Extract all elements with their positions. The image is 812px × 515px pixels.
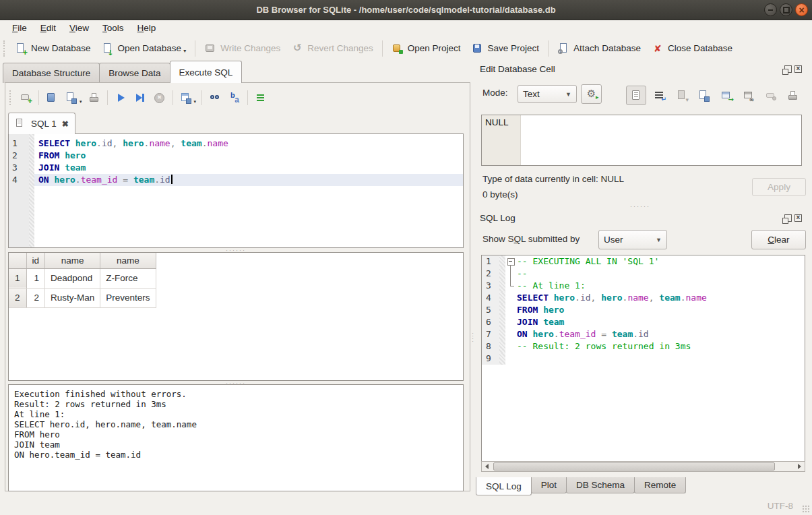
tab-database-structure[interactable]: Database Structure xyxy=(3,63,100,83)
line-number: 3 xyxy=(482,280,499,292)
editor-code-area[interactable]: SELECT hero.id, hero.name, team.nameFROM… xyxy=(34,134,463,247)
cell-editor-text-area[interactable] xyxy=(521,115,801,165)
row-header[interactable]: 1 xyxy=(9,268,26,288)
token: ON xyxy=(38,175,49,185)
link-window-button[interactable] xyxy=(740,87,757,104)
print-button[interactable] xyxy=(87,90,102,106)
open-external-button[interactable] xyxy=(718,87,735,104)
log-horizontal-scrollbar[interactable] xyxy=(481,461,805,472)
dock-tab-plot[interactable]: Plot xyxy=(531,477,567,493)
token: . xyxy=(202,138,208,148)
save-sql-file-button[interactable] xyxy=(64,90,79,106)
close-icon[interactable] xyxy=(795,3,808,16)
menu-edit[interactable]: Edit xyxy=(34,21,63,35)
results-cell[interactable]: Deadpond xyxy=(45,268,100,288)
close-dock-icon[interactable] xyxy=(794,65,802,73)
table-row: 22Rusty-ManPreventers xyxy=(9,288,156,307)
dock-tab-sql-log[interactable]: SQL Log xyxy=(476,477,532,495)
open-sql-file-button[interactable] xyxy=(44,90,59,106)
toolbar-handle[interactable] xyxy=(3,40,6,57)
menu-view[interactable]: View xyxy=(63,21,96,35)
scroll-right-icon[interactable] xyxy=(794,462,805,471)
open-database-button[interactable]: Open Database▾ xyxy=(96,40,192,57)
results-col-header[interactable]: name xyxy=(45,253,100,268)
close-database-button[interactable]: Close Database xyxy=(646,40,738,57)
token: team_id xyxy=(559,329,596,339)
resize-grip[interactable] xyxy=(802,505,810,513)
mode-dropdown[interactable]: Text ▼ xyxy=(518,85,577,103)
close-tab-icon[interactable]: ✖ xyxy=(62,119,69,129)
results-cell[interactable]: Preventers xyxy=(100,288,156,307)
row-header[interactable]: 2 xyxy=(9,288,26,307)
results-cell[interactable]: Z-Force xyxy=(100,268,156,288)
dock-splitter-handle[interactable]: ······ xyxy=(606,204,674,208)
results-col-header[interactable]: id xyxy=(26,253,45,268)
fold-margin xyxy=(499,304,505,316)
sql-editor-tab[interactable]: SQL 1 ✖ xyxy=(8,113,75,134)
close-dock-icon[interactable] xyxy=(794,214,802,222)
export-file-button[interactable] xyxy=(695,87,713,104)
save-results-button[interactable] xyxy=(179,90,193,106)
mode-value: Text xyxy=(523,89,540,99)
results-cell[interactable]: Rusty-Man xyxy=(45,288,100,307)
token: name xyxy=(627,293,648,303)
toolbar-separator xyxy=(195,40,195,57)
format-sql-button[interactable] xyxy=(253,90,268,106)
fold-guide xyxy=(505,280,516,292)
scroll-left-icon[interactable] xyxy=(482,462,492,471)
results-cell[interactable]: 2 xyxy=(26,288,45,307)
new-database-button[interactable]: New Database xyxy=(9,40,96,57)
gear-icon xyxy=(586,88,598,100)
execute-line-button[interactable] xyxy=(133,90,148,106)
open-project-button[interactable]: Open Project xyxy=(386,40,466,57)
new-tab-button[interactable] xyxy=(18,90,33,106)
maximize-icon[interactable] xyxy=(780,3,792,16)
menu-tools[interactable]: Tools xyxy=(96,21,131,35)
log-line: 4SELECT hero.id, hero.name, team.name xyxy=(482,292,805,304)
cell-editor[interactable]: NULL xyxy=(481,115,802,166)
log-line: 3-- At line 1: xyxy=(482,280,805,292)
fold-marker-icon[interactable] xyxy=(505,255,516,268)
menu-file[interactable]: File xyxy=(5,21,34,35)
print-icon xyxy=(787,90,799,102)
float-dock-icon[interactable] xyxy=(784,214,792,222)
dock-tab-db-schema[interactable]: DB Schema xyxy=(566,477,635,493)
splitter-handle[interactable]: ······ xyxy=(202,248,270,251)
results-corner-header[interactable] xyxy=(9,253,26,268)
dock-splitter-handle[interactable]: ···· xyxy=(471,317,474,357)
scrollbar-thumb[interactable] xyxy=(493,462,775,471)
log-filter-dropdown[interactable]: User ▼ xyxy=(598,230,667,249)
toolbar-handle[interactable] xyxy=(9,90,12,105)
find-button[interactable] xyxy=(208,90,222,106)
tab-execute-sql[interactable]: Execute SQL xyxy=(170,61,243,83)
token: hero xyxy=(601,293,622,303)
sql-file-icon xyxy=(15,118,27,130)
replace-button[interactable] xyxy=(227,90,242,106)
dock-tab-remote[interactable]: Remote xyxy=(634,477,686,493)
window-controls xyxy=(764,3,808,16)
text-doc-button[interactable] xyxy=(626,86,646,105)
sql-editor[interactable]: 1234 SELECT hero.id, hero.name, team.nam… xyxy=(8,133,464,248)
word-wrap-button[interactable] xyxy=(651,87,668,104)
print-button[interactable] xyxy=(784,87,802,104)
log-line: 6JOIN team xyxy=(482,316,805,328)
menu-help[interactable]: Help xyxy=(131,21,163,35)
token xyxy=(538,317,543,327)
tab-browse-data[interactable]: Browse Data xyxy=(99,63,170,83)
execute-button[interactable] xyxy=(113,90,128,106)
sql-log-view[interactable]: 1-- EXECUTING ALL IN 'SQL 1'2--3-- At li… xyxy=(481,255,805,472)
fold-guide xyxy=(505,340,516,353)
attach-database-button[interactable]: Attach Database xyxy=(552,40,646,57)
float-dock-icon[interactable] xyxy=(784,65,792,73)
table-row: 11DeadpondZ-Force xyxy=(9,268,156,288)
token: team xyxy=(133,175,154,185)
results-cell[interactable]: 1 xyxy=(26,268,45,288)
auto-switch-mode-button[interactable] xyxy=(581,84,602,104)
save-project-button[interactable]: Save Project xyxy=(466,40,545,57)
minimize-icon[interactable] xyxy=(764,3,777,16)
toolbar-separator xyxy=(173,90,173,105)
clear-log-button[interactable]: Clear xyxy=(751,230,806,249)
title-bar: DB Browser for SQLite - /home/user/code/… xyxy=(0,0,812,20)
results-col-header[interactable]: name xyxy=(100,253,156,268)
scrollbar-track[interactable] xyxy=(492,462,794,471)
